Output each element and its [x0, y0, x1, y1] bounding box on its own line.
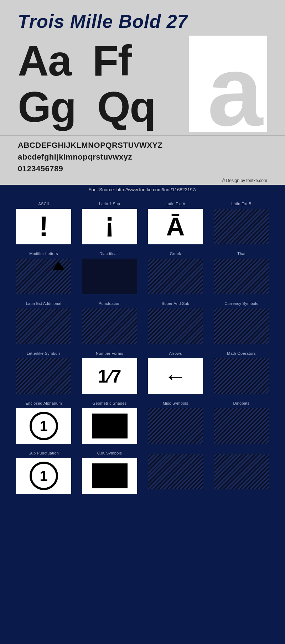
cell-math-ops: Math Operators: [208, 348, 274, 398]
cell-ascii: ASCII !: [11, 198, 77, 248]
big-a-overlay: a: [189, 36, 267, 132]
cell-thai: Thai: [208, 248, 274, 298]
cell-geometric: Geometric Shapes: [77, 398, 142, 447]
cell-empty-1: [142, 447, 208, 497]
digits-row: 0123456789: [18, 163, 267, 175]
glyph-qq: Qq: [97, 85, 155, 128]
cell-super-sub: Super And Sub: [142, 298, 208, 348]
cell-enclosed: Enclosed Alphanum 1: [11, 398, 77, 447]
uppercase-row: ABCDEFGHIJKLMNOPQRSTUVWXYZ: [18, 139, 267, 151]
cell-misc-symbols: Misc Symbols: [142, 398, 208, 447]
cell-latin1sup: Latin 1 Sup !: [77, 198, 142, 248]
cell-diacriticals: Diacriticals: [77, 248, 142, 298]
alphabet-display: ABCDEFGHIJKLMNOPQRSTUVWXYZ abcdefghijklm…: [18, 139, 267, 175]
cell-latin-ext-b: Latin Ext B: [208, 198, 274, 248]
cell-latin-ext-add: Latin Ext Additional: [11, 298, 77, 348]
cell-greek: Greek: [142, 248, 208, 298]
cell-cjk: CJK Symbols: [77, 447, 142, 497]
source-line: Font Source: http://www.fontke.com/font/…: [0, 185, 285, 194]
glyph-gg: Gg: [18, 85, 76, 128]
header-section: Trois Mille Bold 27 Aa Ff Gg Qq a: [0, 0, 285, 135]
lowercase-row: abcdefghijklmnopqrstuvwxyz: [18, 151, 267, 163]
cell-empty-2: [208, 447, 274, 497]
alphabet-section: ABCDEFGHIJKLMNOPQRSTUVWXYZ abcdefghijklm…: [0, 135, 285, 176]
glyph-preview: Aa Ff Gg Qq a: [18, 39, 267, 128]
glyph-aa: Aa: [18, 39, 71, 82]
font-title: Trois Mille Bold 27: [18, 11, 267, 32]
cell-letterlike: Letterlike Symbols: [11, 348, 77, 398]
cell-punctuation: Punctuation: [77, 298, 142, 348]
char-grid: ASCII ! Latin 1 Sup ! Latin Ext A Ā Lati…: [11, 198, 274, 497]
cell-number-forms: Number Forms 1⁄7: [77, 348, 142, 398]
cell-modifier: Modifier Letters: [11, 248, 77, 298]
cell-sup-punct: Sup Punctuation 1: [11, 447, 77, 497]
copyright-line: © Design by fontke.com: [0, 176, 285, 185]
big-a-letter: a: [207, 41, 263, 132]
grid-section: ASCII ! Latin 1 Sup ! Latin Ext A Ā Lati…: [0, 194, 285, 504]
glyph-ff: Ff: [92, 39, 131, 82]
cell-arrows: Arrows ←: [142, 348, 208, 398]
cell-dingbats: Dingbats: [208, 398, 274, 447]
cell-latin-ext-a: Latin Ext A Ā: [142, 198, 208, 248]
cell-currency: Currency Symbols: [208, 298, 274, 348]
